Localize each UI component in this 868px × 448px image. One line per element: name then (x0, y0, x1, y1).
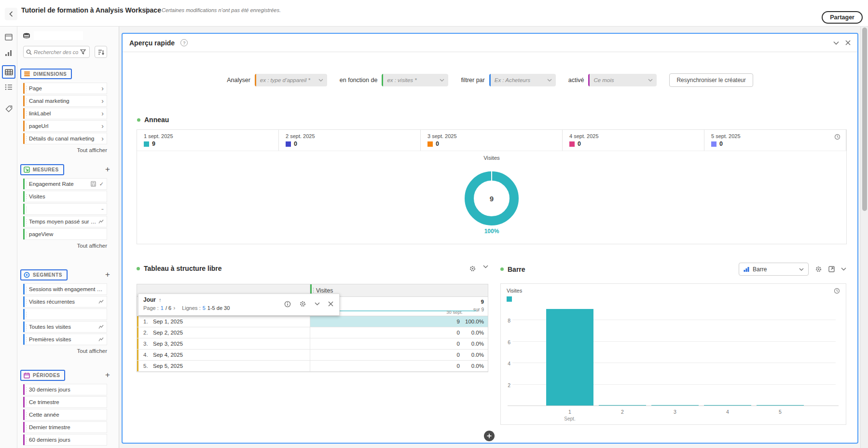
table-settings-gear-icon[interactable] (469, 265, 476, 272)
table-row[interactable]: 4. Sep 4, 2025 0 0.0% (137, 350, 488, 361)
visualizations-icon[interactable] (4, 48, 14, 58)
sort-button[interactable] (95, 46, 107, 58)
dimension-item[interactable]: Page › (23, 83, 107, 94)
add-visualization-button[interactable] (484, 431, 495, 441)
legend-item[interactable]: 4 sept. 2025 0 (563, 130, 704, 151)
table-row[interactable]: 3. Sep 3, 2025 0 0.0% (137, 338, 488, 350)
data-refresh-clock-icon[interactable] (834, 288, 840, 294)
legend-item[interactable]: 2 sept. 2025 0 (279, 130, 421, 151)
bar-legend-swatch[interactable] (507, 296, 512, 302)
bar[interactable] (757, 405, 804, 406)
scrollbar-thumb[interactable] (862, 28, 867, 211)
value-cell[interactable]: 9 100.0% (310, 316, 488, 327)
legend-item[interactable]: 1 sept. 2025 9 (137, 130, 279, 151)
metrics-header-box[interactable]: MESURES (20, 164, 64, 175)
bar-collapse-chevron-icon[interactable] (841, 267, 846, 271)
row-header-cell[interactable]: 2. Sep 2, 2025 (137, 327, 310, 338)
value-cell[interactable]: 0 0.0% (310, 361, 488, 371)
metrics-show-all[interactable]: Tout afficher (20, 243, 107, 249)
dimension-item[interactable]: Canal marketing › (23, 95, 107, 107)
expand-icon[interactable] (828, 266, 835, 272)
segment-item[interactable]: Visites récurrentes (23, 296, 107, 308)
period-item[interactable]: Cette année (23, 409, 107, 420)
segment-item[interactable]: Toutes les visites (23, 321, 107, 333)
period-item[interactable]: 30 derniers jours (23, 384, 107, 395)
dimensions-show-all[interactable]: Tout afficher (20, 147, 107, 153)
report-suite-selector[interactable] (34, 31, 83, 40)
analyze-dropdown[interactable]: ex : type d’appareil * (255, 74, 327, 86)
search-input[interactable] (34, 49, 78, 55)
filter-funnel-icon[interactable] (80, 49, 86, 55)
tables-icon[interactable] (4, 67, 14, 77)
metric-item[interactable]: - ✓ (23, 203, 107, 215)
dimension-item[interactable]: linkLabel › (23, 108, 107, 119)
periods-header-box[interactable]: PÉRIODES (20, 370, 65, 381)
help-icon[interactable]: ? (180, 39, 188, 46)
chevron-right-icon[interactable]: › (101, 135, 104, 142)
data-refresh-clock-icon[interactable] (834, 134, 840, 140)
table-row[interactable]: 2. Sep 2, 2025 0 0.0% (137, 327, 488, 338)
back-button[interactable] (5, 8, 17, 20)
value-cell[interactable]: 0 0.0% (310, 350, 488, 360)
panels-icon[interactable] (4, 32, 14, 42)
favorite-star-icon[interactable]: ☆ (143, 5, 150, 14)
chevron-down-icon[interactable] (315, 302, 320, 306)
row-header-cell[interactable]: 5. Sep 5, 2025 (137, 361, 310, 371)
row-header-cell[interactable]: 1. Sep 1, 2025 (137, 316, 310, 327)
sort-ascending-icon[interactable]: ↑ (159, 297, 162, 303)
close-icon[interactable] (328, 301, 333, 307)
components-list-icon[interactable] (4, 82, 14, 92)
segments-header-box[interactable]: SEGMENTS (20, 269, 68, 280)
settings-gear-icon[interactable] (299, 300, 306, 308)
legend-item[interactable]: 3 sept. 2025 0 (421, 130, 563, 151)
metric-item[interactable]: Engagement Rate - ✓ (23, 178, 107, 190)
bar[interactable] (704, 405, 751, 406)
dimension-item[interactable]: Détails du canal marketing › (23, 133, 107, 144)
jour-column-header[interactable]: Jour (143, 296, 156, 303)
resync-builder-button[interactable]: Resynchroniser le créateur (669, 73, 753, 87)
row-header-cell[interactable]: 3. Sep 3, 2025 (137, 338, 310, 349)
row-header-cell[interactable]: 4. Sep 4, 2025 (137, 350, 310, 360)
next-page-icon[interactable]: › (173, 305, 175, 311)
viz-type-selector[interactable]: Barre (739, 263, 809, 276)
bar-settings-gear-icon[interactable] (815, 266, 822, 273)
collapse-panel-icon[interactable] (833, 41, 839, 45)
segment-item[interactable] (23, 308, 107, 320)
chevron-right-icon[interactable]: › (101, 84, 104, 92)
bar[interactable] (546, 309, 593, 406)
segment-item[interactable]: Sessions with engagement (cu… (23, 283, 107, 295)
segment-dropdown[interactable]: Ex : Acheteurs (489, 74, 556, 86)
add-metric-button[interactable]: + (105, 165, 110, 174)
chevron-right-icon[interactable]: › (101, 97, 104, 105)
chevron-right-icon[interactable]: › (101, 110, 104, 117)
metric-dropdown[interactable]: ex : visites * (382, 74, 448, 86)
period-item[interactable]: Ce trimestre (23, 396, 107, 408)
table-row[interactable]: 1. Sep 1, 2025 9 100.0% (137, 316, 488, 327)
table-collapse-chevron-icon[interactable] (483, 265, 488, 272)
period-item[interactable]: Dernier trimestre (23, 421, 107, 433)
bar[interactable] (651, 405, 699, 406)
add-segment-button[interactable]: + (105, 270, 110, 280)
table-row[interactable]: 5. Sep 5, 2025 0 0.0% (137, 361, 488, 372)
dimensions-header-box[interactable]: DIMENSIONS (20, 69, 72, 79)
segment-item[interactable]: Premières visites (23, 334, 107, 345)
add-period-button[interactable]: + (105, 370, 110, 380)
share-button[interactable]: Partager (822, 11, 863, 24)
period-item[interactable]: 60 derniers jours (23, 434, 107, 446)
segments-show-all[interactable]: Tout afficher (20, 348, 107, 354)
value-cell[interactable]: 0 0.0% (310, 338, 488, 349)
page-number-link[interactable]: 1 (161, 305, 164, 311)
value-cell[interactable]: 0 0.0% (310, 327, 488, 338)
date-range-dropdown[interactable]: Ce mois (588, 74, 657, 86)
close-panel-icon[interactable] (845, 40, 851, 45)
chevron-right-icon[interactable]: › (101, 122, 104, 130)
metric-item[interactable]: pageView - ✓ (23, 228, 107, 240)
info-icon[interactable] (284, 301, 291, 308)
legend-item[interactable]: 5 sept. 2025 0 (704, 130, 846, 151)
toolkit-tag-icon[interactable] (4, 104, 14, 113)
rows-count-link[interactable]: 5 (203, 305, 206, 311)
metric-item[interactable]: Visites - ✓ (23, 191, 107, 202)
metric-item[interactable]: Temps moyen passé sur le… - ✓ (23, 216, 107, 227)
bar[interactable] (599, 405, 646, 406)
dimension-item[interactable]: pageUrl › (23, 120, 107, 132)
